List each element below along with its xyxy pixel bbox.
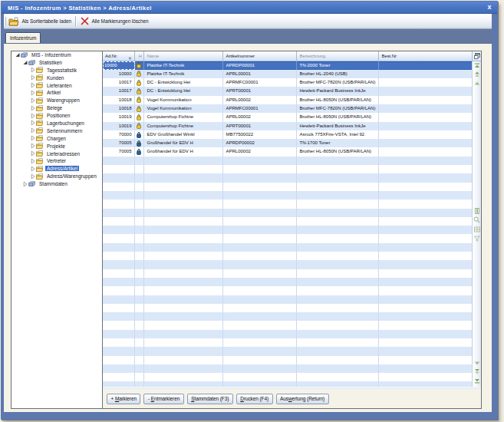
- table-row-empty[interactable]: [103, 278, 473, 286]
- table-row-empty[interactable]: [103, 191, 473, 199]
- table-row-empty[interactable]: [103, 209, 473, 217]
- tab-infozentrum[interactable]: Infozentrum: [5, 32, 41, 43]
- table-row[interactable]: 10000 Platzke IT-Technik APRDP00001 TN-2…: [103, 61, 473, 70]
- column-chooser-button[interactable]: [472, 51, 481, 61]
- table-row[interactable]: 10017 DC - Entwicklung Hei APRT00001 Hew…: [103, 87, 473, 95]
- nav-grid-icon[interactable]: [473, 226, 480, 232]
- cell-adnr: 10017: [103, 78, 135, 87]
- nav-next-icon[interactable]: [473, 360, 480, 366]
- footer-button-markieren[interactable]: + Markieren: [107, 394, 140, 404]
- tree-item-statistiken[interactable]: Statistiken: [12, 58, 102, 66]
- tree-item-lieferadressen[interactable]: Lieferadressen: [12, 150, 102, 157]
- table-row-empty[interactable]: [103, 373, 473, 381]
- table-row-empty[interactable]: [103, 173, 473, 182]
- tree-item-artikel[interactable]: Artikel: [12, 89, 102, 97]
- table-row-empty[interactable]: [103, 243, 473, 252]
- tree-item-vertreter[interactable]: Vertreter: [12, 157, 102, 165]
- tree-expand-icon[interactable]: [31, 82, 35, 89]
- tree-item-kunden[interactable]: Kunden: [12, 74, 102, 81]
- tree-expand-icon[interactable]: [23, 180, 28, 187]
- tree-item-stammdaten[interactable]: Stammdaten: [12, 180, 102, 188]
- table-row-empty[interactable]: [103, 226, 473, 234]
- table-row[interactable]: 70000 EDV Großhandel Winkl MB77500022 As…: [103, 130, 473, 139]
- table-row-empty[interactable]: [103, 330, 473, 338]
- table-row[interactable]: 70005 Großhandel für EDV H APRL00002 Bro…: [103, 147, 473, 156]
- tree-item-lieferanten[interactable]: Lieferanten: [12, 81, 102, 89]
- tree-item-positionen[interactable]: Positionen: [12, 112, 102, 120]
- clear-marks-button[interactable]: Alle Markierungen löschen: [78, 15, 151, 28]
- tree-expand-icon[interactable]: [31, 157, 35, 164]
- table-row-empty[interactable]: [103, 295, 473, 304]
- table-row[interactable]: 70005 Großhandel für EDV H APRDP00002 TN…: [103, 139, 473, 147]
- tree-item-lagerbuchungen[interactable]: Lagerbuchungen: [12, 120, 102, 127]
- tree-expand-icon[interactable]: [31, 135, 35, 142]
- tree-item-belege[interactable]: Belege: [12, 104, 102, 112]
- tree-expand-icon[interactable]: [31, 165, 35, 172]
- nav-columns-icon[interactable]: [473, 208, 480, 214]
- footer-button-stammdaten-f3[interactable]: Stammdaten (F3): [187, 394, 233, 404]
- tree-collapse-icon[interactable]: [15, 51, 20, 58]
- table-row[interactable]: 10017 DC - Entwicklung Hei APRMFC00001 B…: [103, 78, 473, 87]
- table-row[interactable]: 10018 Vogel Kommunikation APRL00002 Brot…: [103, 96, 473, 104]
- tree-item-tagesstatistik[interactable]: Tagesstatistik: [12, 66, 102, 74]
- tree-expand-icon[interactable]: [31, 104, 35, 111]
- table-row-empty[interactable]: [103, 286, 473, 295]
- table-row-empty[interactable]: [103, 252, 473, 260]
- nav-prior-icon[interactable]: [473, 81, 480, 87]
- table-row-empty[interactable]: [103, 157, 473, 165]
- tree-expand-icon[interactable]: [31, 74, 35, 81]
- table-row-empty[interactable]: [103, 347, 473, 355]
- tree-expand-icon[interactable]: [31, 112, 35, 119]
- table-row-empty[interactable]: [103, 269, 473, 278]
- load-sort-table-button[interactable]: Als Sortiertabelle laden: [6, 15, 74, 28]
- table-row-empty[interactable]: [103, 364, 473, 373]
- tree-item-warengruppen[interactable]: Warengruppen: [12, 97, 102, 104]
- table-row-empty[interactable]: [103, 356, 473, 364]
- column-header-bez[interactable]: Bezeichnung: [297, 51, 379, 61]
- column-header-adnr[interactable]: Ad.Nr.: [103, 51, 135, 61]
- tree-expand-icon[interactable]: [31, 143, 35, 150]
- table-row-empty[interactable]: [103, 338, 473, 347]
- nav-next-page-icon[interactable]: [473, 368, 480, 374]
- tree-expand-icon[interactable]: [31, 67, 35, 74]
- table-row-empty[interactable]: [103, 165, 473, 173]
- table-row-empty[interactable]: [103, 321, 473, 329]
- table-row-empty[interactable]: [103, 260, 473, 269]
- tree-item-adress-warengruppen[interactable]: Adress/Warengruppen: [12, 173, 102, 180]
- tree-item-adress-artikel[interactable]: Adress/Artikel: [12, 165, 102, 173]
- tree-expand-icon[interactable]: [31, 89, 35, 96]
- nav-filter-icon[interactable]: [473, 236, 480, 242]
- tree-item-chargen[interactable]: Chargen: [12, 134, 102, 142]
- table-row-empty[interactable]: [103, 217, 473, 226]
- tree-item-projekte[interactable]: Projekte: [12, 142, 102, 150]
- tree-expand-icon[interactable]: [31, 150, 35, 157]
- column-header-name[interactable]: Name: [144, 51, 223, 61]
- tree-item-seriennummern[interactable]: Seriennummern: [12, 127, 102, 134]
- column-header-best[interactable]: Best.Nr: [379, 51, 474, 61]
- nav-prior-page-icon[interactable]: [473, 71, 480, 77]
- tree-collapse-icon[interactable]: [23, 59, 28, 66]
- tree-expand-icon[interactable]: [31, 173, 35, 180]
- table-row-empty[interactable]: [103, 304, 473, 312]
- table-row[interactable]: 10000 Platzke IT-Technik APRL00001 Broth…: [103, 70, 473, 78]
- nav-search-icon[interactable]: [473, 217, 480, 223]
- close-icon[interactable]: x: [486, 3, 493, 11]
- tree-expand-icon[interactable]: [31, 127, 35, 134]
- table-row-empty[interactable]: [103, 234, 473, 242]
- table-row[interactable]: 10019 Computershop Fichtne APRT00001 Hew…: [103, 122, 473, 130]
- tree-expand-icon[interactable]: [31, 120, 35, 127]
- table-row-empty[interactable]: [103, 199, 473, 208]
- footer-button-entmarkieren[interactable]: - Entmarkieren: [143, 394, 183, 404]
- table-row-empty[interactable]: [103, 183, 473, 191]
- table-row[interactable]: 10019 Computershop Fichtne APRL00002 Bro…: [103, 113, 473, 121]
- footer-button-drucken-f4[interactable]: Drucken (F4): [236, 394, 273, 404]
- table-row-empty[interactable]: [103, 312, 473, 321]
- nav-first-icon[interactable]: [473, 63, 480, 69]
- tree-item-mis-infozentrum[interactable]: MIS - Infozentrum: [12, 51, 102, 59]
- column-header-artnr[interactable]: Artikelnummer: [223, 51, 297, 61]
- table-row[interactable]: 10018 Vogel Kommunikation APRMFC00001 Br…: [103, 104, 473, 113]
- nav-last-icon[interactable]: [473, 377, 480, 384]
- column-header-h[interactable]: H: [135, 51, 144, 61]
- footer-button-auswertung-return[interactable]: Auswertung (Return): [276, 394, 329, 404]
- tree-expand-icon[interactable]: [31, 97, 35, 104]
